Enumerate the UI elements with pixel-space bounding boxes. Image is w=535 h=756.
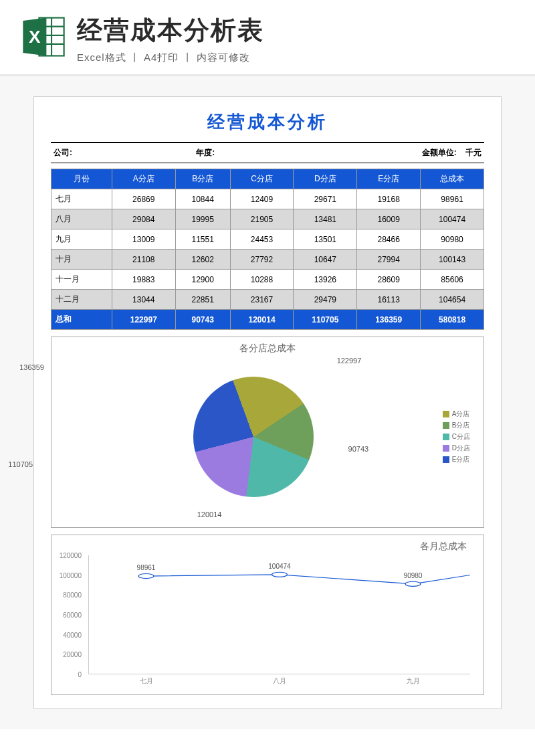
table-header: 总成本 [421, 169, 484, 189]
table-cell: 21905 [230, 209, 294, 229]
legend-label: B分店 [452, 421, 470, 430]
document-sheet: 经营成本分析 公司: 年度: 金额单位: 千元 月份A分店B分店C分店D分店E分… [33, 96, 502, 709]
y-tick: 80000 [63, 591, 82, 599]
pie-chart-title: 各分店总成本 [51, 337, 484, 360]
legend-item: A分店 [443, 409, 470, 419]
table-row: 十二月1304422851231672947916113104654 [51, 290, 484, 310]
pie-data-label: 90743 [348, 445, 369, 453]
legend-swatch [443, 411, 449, 417]
table-cell: 八月 [51, 209, 112, 229]
legend-item: B分店 [443, 421, 470, 430]
table-cell: 29084 [112, 209, 175, 229]
table-row: 九月130091155124453135012846690980 [51, 229, 484, 250]
pie-data-label: 136359 [19, 363, 44, 371]
svg-text:X: X [29, 27, 41, 47]
table-cell: 24453 [230, 229, 294, 250]
table-cell: 10844 [175, 189, 230, 209]
x-tick: 七月 [140, 676, 153, 686]
excel-icon: X [20, 13, 67, 60]
line-data-label: 100474 [268, 563, 290, 570]
pie-chart-box: 各分店总成本 12299790743120014110705136359 A分店… [51, 337, 484, 528]
table-row: 七月268691084412409296711916898961 [51, 189, 484, 209]
table-cell: 13044 [112, 290, 175, 310]
table-cell: 27792 [230, 250, 294, 270]
table-total-cell: 90743 [175, 310, 230, 330]
banner-subtitle: Excel格式 丨 A4打印 丨 内容可修改 [77, 52, 264, 64]
legend-swatch [443, 434, 449, 440]
line-chart-box: 各月总成本 020000400006000080000100000120000 … [51, 535, 484, 695]
table-cell: 85606 [421, 270, 484, 290]
pie-data-label: 120014 [197, 510, 222, 518]
legend-item: E分店 [443, 455, 470, 464]
table-cell: 104654 [421, 290, 484, 310]
page-background: 经营成本分析 公司: 年度: 金额单位: 千元 月份A分店B分店C分店D分店E分… [0, 76, 535, 729]
legend-label: E分店 [452, 455, 470, 464]
table-cell: 12900 [175, 270, 230, 290]
banner-title: 经营成本分析表 [77, 13, 264, 48]
table-cell: 22851 [175, 290, 230, 310]
table-cell: 100474 [421, 209, 484, 229]
table-cell: 28466 [357, 229, 421, 250]
table-row: 十一月198831290010288139262860985606 [51, 270, 484, 290]
y-tick: 100000 [60, 571, 82, 579]
y-tick: 60000 [63, 611, 82, 619]
table-cell: 十一月 [51, 270, 112, 290]
y-tick: 120000 [60, 552, 82, 559]
svg-point-9 [405, 581, 421, 586]
table-cell: 13926 [294, 270, 357, 290]
y-tick: 40000 [63, 631, 82, 638]
table-cell: 26869 [112, 189, 175, 209]
table-cell: 11551 [175, 229, 230, 250]
meta-row: 公司: 年度: 金额单位: 千元 [51, 142, 484, 163]
legend-swatch [443, 456, 449, 463]
table-cell: 十二月 [51, 290, 112, 310]
table-header: D分店 [294, 169, 357, 189]
cost-table: 月份A分店B分店C分店D分店E分店总成本 七月26869108441240929… [51, 169, 484, 330]
table-header: C分店 [230, 169, 294, 189]
table-total-cell: 136359 [357, 310, 421, 330]
x-tick: 八月 [273, 676, 286, 686]
table-cell: 19883 [112, 270, 175, 290]
table-cell: 10288 [230, 270, 294, 290]
table-cell: 13009 [112, 229, 175, 250]
table-cell: 16113 [357, 290, 421, 310]
table-cell: 90980 [421, 229, 484, 250]
table-total-cell: 580818 [421, 310, 484, 330]
table-row: 十月2110812602277921064727994100143 [51, 250, 484, 270]
table-cell: 七月 [51, 189, 112, 209]
table-cell: 100143 [421, 250, 484, 270]
table-cell: 19168 [357, 189, 421, 209]
banner: X 经营成本分析表 Excel格式 丨 A4打印 丨 内容可修改 [0, 0, 535, 76]
x-tick: 九月 [407, 676, 420, 686]
table-cell: 10647 [294, 250, 357, 270]
table-cell: 29479 [294, 290, 357, 310]
pie-chart: 12299790743120014110705136359 [65, 360, 443, 514]
table-total-row: 总和12299790743120014110705136359580818 [51, 310, 484, 330]
table-header: A分店 [112, 169, 175, 189]
table-total-cell: 122997 [112, 310, 175, 330]
line-data-label: 98961 [137, 564, 156, 571]
pie-data-label: 110705 [8, 460, 33, 468]
svg-point-7 [138, 573, 154, 578]
table-header: B分店 [175, 169, 230, 189]
meta-year: 年度: [196, 147, 338, 159]
legend-label: C分店 [452, 432, 470, 442]
pie-legend: A分店B分店C分店D分店E分店 [443, 407, 470, 466]
table-header: E分店 [357, 169, 421, 189]
table-cell: 13481 [294, 209, 357, 229]
legend-item: D分店 [443, 444, 470, 453]
table-cell: 19995 [175, 209, 230, 229]
document-title: 经营成本分析 [51, 110, 484, 134]
table-header: 月份 [51, 169, 112, 189]
table-cell: 27994 [357, 250, 421, 270]
legend-label: A分店 [452, 409, 470, 419]
table-cell: 23167 [230, 290, 294, 310]
table-cell: 13501 [294, 229, 357, 250]
y-tick: 20000 [63, 651, 82, 658]
pie-data-label: 122997 [337, 357, 362, 365]
svg-point-8 [272, 572, 288, 577]
table-cell: 29671 [294, 189, 357, 209]
table-cell: 12602 [175, 250, 230, 270]
legend-swatch [443, 422, 449, 429]
meta-unit: 金额单位: 千元 [339, 147, 481, 159]
